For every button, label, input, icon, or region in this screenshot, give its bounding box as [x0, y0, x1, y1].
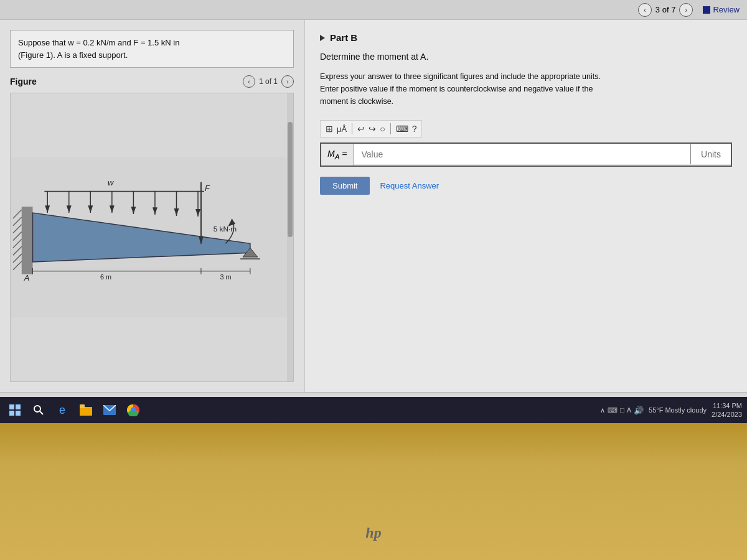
laptop-bezel: hp — [0, 423, 747, 560]
answer-toolbar: ⊞ μÅ ↩ ↪ ○ ⌨ ? — [320, 120, 422, 138]
svg-rect-1 — [22, 207, 33, 274]
instructions-line2: Enter positive value if the moment is co… — [320, 85, 593, 93]
svg-text:F: F — [205, 184, 210, 193]
svg-rect-47 — [16, 411, 21, 416]
svg-rect-50 — [80, 407, 92, 416]
tray-icon-font[interactable]: A — [627, 406, 631, 414]
page-next-btn[interactable]: › — [679, 3, 693, 17]
system-tray-icons: ∧ ⌨ □ A 🔊 — [600, 406, 644, 415]
taskbar: e ∧ ⌨ □ A 🔊 55°F Mostly cloudy — [0, 397, 747, 423]
taskbar-files-icon[interactable] — [76, 400, 96, 420]
scrollbar-thumb[interactable] — [288, 122, 293, 237]
tray-icon-volume[interactable]: 🔊 — [634, 406, 644, 415]
svg-point-48 — [34, 406, 40, 412]
beam-diagram-svg: w F 5 kN·m A — [11, 93, 293, 381]
taskbar-start-icon[interactable] — [5, 400, 25, 420]
beam-figure: w F 5 kN·m A — [10, 93, 294, 382]
page-prev-btn[interactable]: ‹ — [638, 3, 652, 17]
tray-icon-screen[interactable]: □ — [620, 406, 624, 414]
help-toolbar-icon[interactable]: ? — [412, 124, 417, 134]
figure-section: Figure ‹ 1 of 1 › — [10, 75, 294, 382]
left-panel: Suppose that w = 0.2 kN/m and F = 1.5 kN… — [0, 20, 305, 392]
instructions-line1: Express your answer to three significant… — [320, 72, 601, 81]
taskbar-mail-icon[interactable] — [100, 400, 120, 420]
svg-text:3 m: 3 m — [220, 273, 231, 281]
clock-date: 2/24/2023 — [712, 410, 742, 419]
top-nav-bar: ‹ 3 of 7 › Review — [0, 0, 747, 20]
keyboard-toolbar-icon[interactable]: ⌨ — [396, 124, 408, 134]
review-icon — [703, 6, 710, 14]
svg-text:w: w — [108, 178, 114, 187]
weather-info: 55°F Mostly cloudy — [649, 406, 707, 414]
taskbar-chrome-icon[interactable] — [123, 400, 143, 420]
time-display: 11:34 PM 2/24/2023 — [712, 401, 742, 419]
toolbar-separator-1 — [352, 123, 352, 134]
redo-toolbar-icon[interactable]: ↪ — [369, 124, 376, 134]
refresh-toolbar-icon[interactable]: ○ — [380, 124, 385, 134]
page-counter: 3 of 7 — [655, 5, 676, 14]
problem-line2: (Figure 1). A is a fixed support. — [18, 50, 128, 60]
problem-line1: Suppose that w = 0.2 kN/m and F = 1.5 kN… — [18, 38, 179, 47]
taskbar-search-icon[interactable] — [29, 400, 49, 420]
review-button[interactable]: Review — [703, 5, 740, 14]
clock-time: 11:34 PM — [712, 401, 742, 410]
review-label: Review — [713, 5, 740, 14]
ma-label: MA = — [321, 144, 354, 166]
hp-logo: hp — [365, 525, 381, 541]
action-row: Submit Request Answer — [320, 177, 732, 195]
page-navigation: ‹ 3 of 7 › — [638, 3, 693, 17]
taskbar-right: ∧ ⌨ □ A 🔊 55°F Mostly cloudy 11:34 PM 2/… — [600, 401, 742, 419]
determine-label: Determine the moment at A. — [320, 52, 428, 62]
determine-text: Determine the moment at A. — [320, 52, 732, 62]
vertical-scrollbar[interactable] — [287, 93, 293, 381]
tray-icon-up[interactable]: ∧ — [600, 406, 605, 414]
svg-line-49 — [40, 411, 43, 414]
text-toolbar-icon[interactable]: μÅ — [337, 124, 347, 134]
svg-rect-51 — [80, 404, 85, 408]
svg-text:6 m: 6 m — [100, 273, 111, 281]
svg-rect-45 — [16, 404, 21, 409]
part-b-label: Part B — [330, 32, 357, 43]
part-b-header: Part B — [320, 32, 732, 43]
request-answer-link[interactable]: Request Answer — [380, 181, 439, 190]
instructions-text: Express your answer to three significant… — [320, 70, 732, 108]
right-panel: Part B Determine the moment at A. Expres… — [305, 20, 747, 392]
toolbar-separator-2 — [390, 123, 391, 134]
answer-input-row: MA = Units — [320, 142, 732, 167]
problem-statement: Suppose that w = 0.2 kN/m and F = 1.5 kN… — [10, 30, 294, 68]
figure-nav: ‹ 1 of 1 › — [243, 75, 294, 88]
undo-toolbar-icon[interactable]: ↩ — [357, 124, 365, 134]
taskbar-edge-icon[interactable]: e — [52, 400, 72, 420]
svg-text:A: A — [24, 273, 30, 282]
grid-toolbar-icon[interactable]: ⊞ — [326, 124, 333, 134]
screen: ‹ 3 of 7 › Review Suppose that w = 0.2 k… — [0, 0, 747, 423]
figure-nav-counter: 1 of 1 — [259, 77, 278, 86]
collapse-icon[interactable] — [320, 35, 325, 41]
value-input[interactable] — [354, 144, 691, 164]
tray-icon-kbd[interactable]: ⌨ — [608, 406, 618, 414]
instructions-line3: moment is clockwise. — [320, 97, 393, 106]
figure-label: Figure — [10, 77, 37, 86]
svg-rect-44 — [9, 404, 14, 409]
main-content: Suppose that w = 0.2 kN/m and F = 1.5 kN… — [0, 20, 747, 392]
submit-button[interactable]: Submit — [320, 177, 370, 195]
fig-next-btn[interactable]: › — [281, 75, 294, 88]
svg-rect-46 — [9, 411, 14, 416]
units-selector[interactable]: Units — [690, 144, 731, 164]
figure-header: Figure ‹ 1 of 1 › — [10, 75, 294, 88]
fig-prev-btn[interactable]: ‹ — [243, 75, 255, 88]
